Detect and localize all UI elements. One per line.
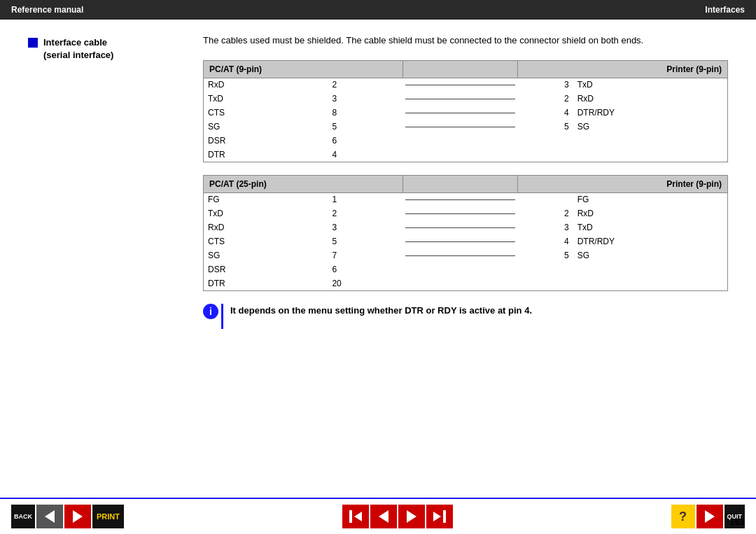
table-row: DTR20	[204, 276, 728, 290]
connection-line	[402, 92, 518, 106]
right-pin: 2	[518, 206, 573, 220]
right-signal: RxD	[573, 206, 728, 220]
right-pin: 5	[518, 120, 573, 134]
heading-line2: (serial interface)	[43, 49, 113, 62]
left-signal: SG	[204, 248, 328, 262]
right-pin: 4	[518, 106, 573, 120]
right-signal: SG	[573, 248, 728, 262]
right-pin	[518, 148, 573, 162]
heading-line1: Interface cable	[43, 36, 113, 49]
left-pin: 1	[328, 192, 402, 206]
connection-line	[402, 78, 518, 92]
right-signal: TxD	[573, 78, 728, 92]
right-pin: 5	[518, 248, 573, 262]
left-signal: CTS	[204, 106, 328, 120]
table-25pin-left-header: PC/AT (25-pin)	[204, 175, 403, 192]
quit-arrow-bg	[696, 505, 723, 528]
first-left-arrow-icon	[354, 512, 362, 521]
connection-line	[402, 148, 518, 162]
question-mark-icon: ?	[671, 505, 695, 528]
left-signal: SG	[204, 120, 328, 134]
forward-button[interactable]	[64, 505, 91, 528]
table-9pin-line-header	[402, 60, 518, 78]
section-heading-text: Interface cable (serial interface)	[43, 36, 113, 62]
right-signal	[573, 276, 728, 290]
left-signal: DSR	[204, 134, 328, 148]
connection-line	[402, 248, 518, 262]
left-signal: RxD	[204, 220, 328, 234]
bottom-center-buttons	[342, 505, 453, 528]
page-number: 161	[729, 517, 745, 527]
table-row: TxD22RxD	[204, 206, 728, 220]
first-page-button[interactable]	[342, 505, 369, 528]
left-signal: DTR	[204, 276, 328, 290]
bottom-left-buttons: BACK PRINT	[11, 505, 124, 528]
prev-page-button[interactable]	[370, 505, 397, 528]
right-signal: TxD	[573, 220, 728, 234]
info-note-text: It depends on the menu setting whether D…	[230, 304, 532, 318]
right-signal	[573, 148, 728, 162]
next-page-button[interactable]	[398, 505, 425, 528]
quit-up-button[interactable]	[696, 505, 723, 528]
right-signal: DTR/RDY	[573, 234, 728, 248]
table-25pin-line-header	[402, 175, 518, 192]
left-pin: 2	[328, 78, 402, 92]
back-label: BACK	[11, 505, 35, 528]
right-pin	[518, 192, 573, 206]
right-pin	[518, 262, 573, 276]
section-heading: Interface cable (serial interface)	[28, 36, 182, 62]
left-section: Interface cable (serial interface)	[28, 34, 182, 336]
main-content: Interface cable (serial interface) The c…	[0, 20, 756, 350]
right-pin: 2	[518, 92, 573, 106]
left-signal: CTS	[204, 234, 328, 248]
table-row: RxD33TxD	[204, 220, 728, 234]
left-pin: 6	[328, 134, 402, 148]
info-bar	[221, 304, 223, 329]
right-signal: RxD	[573, 92, 728, 106]
table-row: CTS54DTR/RDY	[204, 234, 728, 248]
quit-arrow-icon	[705, 510, 715, 523]
left-signal: DTR	[204, 148, 328, 162]
table-row: TxD32RxD	[204, 92, 728, 106]
header-left-title: Reference manual	[11, 5, 83, 15]
help-button[interactable]: ?	[671, 505, 695, 528]
table-25pin: PC/AT (25-pin) Printer (9-pin) FG1FGTxD2…	[203, 175, 728, 291]
left-pin: 8	[328, 106, 402, 120]
connection-line	[402, 192, 518, 206]
header-bar: Reference manual Interfaces	[0, 0, 756, 20]
left-pin: 6	[328, 262, 402, 276]
table-9pin-right-header: Printer (9-pin)	[518, 60, 728, 78]
next-arrow-icon	[407, 510, 416, 523]
table-row: DSR6	[204, 134, 728, 148]
table-9pin-body: RxD23TxDTxD32RxDCTS84DTR/RDYSG55SGDSR6DT…	[204, 78, 728, 162]
right-section: The cables used must be shielded. The ca…	[203, 34, 728, 336]
table-25pin-body: FG1FGTxD22RxDRxD33TxDCTS54DTR/RDYSG75SGD…	[204, 192, 728, 290]
back-arrow-icon	[45, 510, 55, 523]
right-signal: SG	[573, 120, 728, 134]
last-right-arrow-icon	[433, 512, 441, 521]
left-signal: TxD	[204, 206, 328, 220]
right-pin: 4	[518, 234, 573, 248]
table-row: FG1FG	[204, 192, 728, 206]
connection-line	[402, 120, 518, 134]
table-row: RxD23TxD	[204, 78, 728, 92]
header-right-title: Interfaces	[705, 5, 745, 15]
intro-text: The cables used must be shielded. The ca…	[203, 34, 728, 48]
last-page-bg	[426, 505, 453, 528]
table-row: DSR6	[204, 262, 728, 276]
right-pin: 3	[518, 78, 573, 92]
right-signal	[573, 134, 728, 148]
table-9pin-left-header: PC/AT (9-pin)	[204, 60, 403, 78]
left-pin: 5	[328, 234, 402, 248]
connection-line	[402, 234, 518, 248]
bar-right-icon	[443, 510, 446, 523]
left-pin: 4	[328, 148, 402, 162]
back-up-button[interactable]	[36, 505, 63, 528]
table-9pin: PC/AT (9-pin) Printer (9-pin) RxD23TxDTx…	[203, 60, 728, 162]
connection-line	[402, 206, 518, 220]
last-page-button[interactable]	[426, 505, 453, 528]
right-signal: FG	[573, 192, 728, 206]
left-pin: 20	[328, 276, 402, 290]
table-9pin-header: PC/AT (9-pin) Printer (9-pin)	[204, 60, 728, 78]
connection-line	[402, 220, 518, 234]
